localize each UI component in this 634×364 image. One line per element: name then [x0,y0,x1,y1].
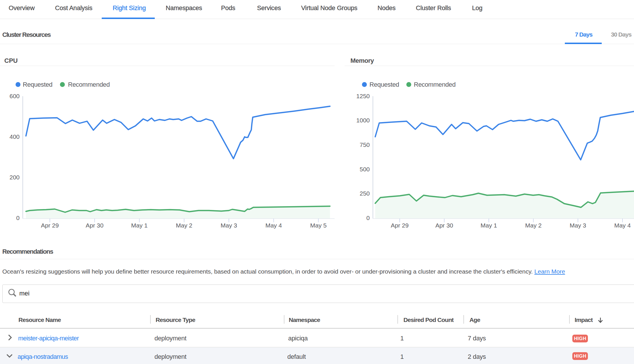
svg-text:Apr 29: Apr 29 [391,222,409,229]
svg-text:750: 750 [360,141,370,148]
svg-text:600: 600 [10,93,20,99]
svg-text:Apr 30: Apr 30 [435,222,453,229]
svg-text:May 2: May 2 [525,222,541,229]
svg-text:May 1: May 1 [131,222,148,229]
svg-text:May 2: May 2 [176,222,192,229]
svg-text:1250: 1250 [356,93,370,99]
svg-text:May 3: May 3 [221,222,237,229]
svg-text:200: 200 [10,174,20,181]
svg-text:Apr 30: Apr 30 [86,222,103,229]
svg-text:May 4: May 4 [265,222,282,229]
svg-text:0: 0 [16,215,20,221]
svg-text:May 5: May 5 [310,222,327,229]
svg-text:250: 250 [360,190,370,197]
svg-text:500: 500 [360,166,370,172]
svg-text:1000: 1000 [356,117,370,124]
svg-text:Apr 29: Apr 29 [41,222,59,229]
svg-text:May 3: May 3 [570,222,586,229]
svg-text:0: 0 [366,215,370,221]
svg-text:400: 400 [10,133,20,140]
svg-text:May 4: May 4 [614,222,631,229]
svg-text:May 1: May 1 [481,222,497,229]
